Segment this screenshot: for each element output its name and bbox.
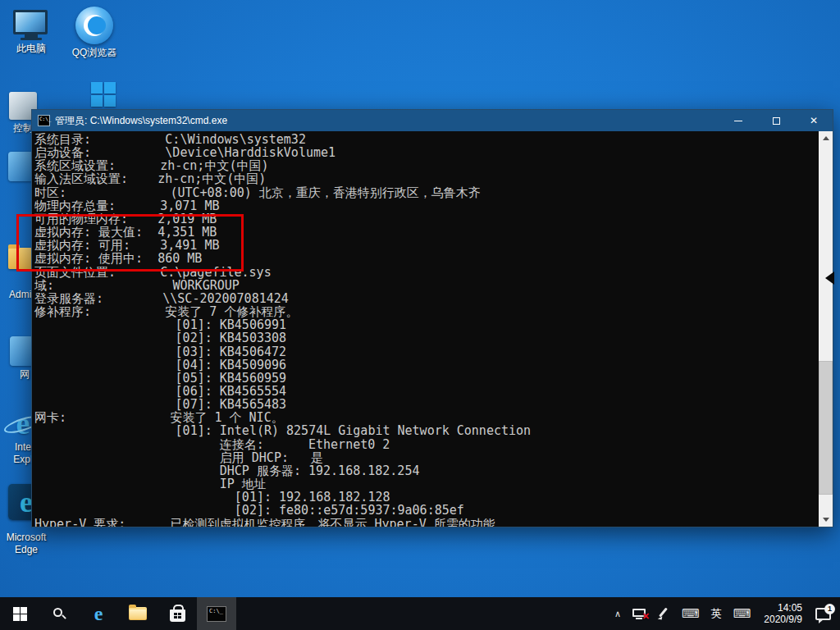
triangle-up-icon (823, 136, 829, 140)
close-button[interactable]: ✕ (795, 110, 833, 131)
desktop-icon-this-pc[interactable]: 此电脑 (0, 10, 62, 55)
taskbar: e C:\_ ∧ ✕ (0, 597, 840, 630)
notification-badge: 1 (824, 604, 835, 614)
qq-browser-icon (75, 7, 113, 44)
tray-touch-keyboard[interactable]: ⌨ (676, 597, 705, 630)
system-tray: ∧ ✕ ⌨ 英 ⌨ 14:05 2020/9/9 (609, 597, 840, 630)
maximize-icon (773, 117, 780, 125)
keyboard-icon: ⌨ (682, 606, 700, 621)
close-icon: ✕ (810, 116, 818, 126)
microsoft-store-icon (170, 609, 185, 622)
console-text: 系统目录: C:\Windows\system32 启动设备: \Device\… (34, 133, 819, 527)
chevron-up-icon: ∧ (614, 609, 621, 619)
desktop-icon-label: 此电脑 (0, 43, 62, 55)
triangle-down-icon (823, 518, 829, 522)
scroll-down-button[interactable] (819, 513, 833, 527)
scroll-up-button[interactable] (819, 131, 833, 145)
ime-language-label: 英 (711, 606, 722, 621)
taskbar-store-button[interactable] (158, 597, 197, 630)
this-pc-icon (13, 10, 49, 40)
window-title: 管理员: C:\Windows\system32\cmd.exe (55, 114, 719, 128)
search-button[interactable] (39, 597, 79, 630)
action-center-button[interactable]: 1 (810, 597, 837, 630)
tray-network-status[interactable]: ✕ (627, 597, 651, 630)
taskbar-edge-button[interactable]: e (79, 597, 118, 630)
network-error-icon: ✕ (642, 612, 650, 621)
taskbar-cmd-button[interactable]: C:\_ (197, 597, 236, 630)
maximize-button[interactable] (757, 110, 795, 131)
desktop-icon-label: Microsoft Edge (0, 532, 57, 556)
annotation-arrow-icon (825, 272, 834, 285)
tray-input-method[interactable]: ⌨ (728, 597, 757, 630)
desktop-icon-label: QQ浏览器 (63, 47, 126, 59)
search-icon (53, 608, 65, 619)
edge-icon: e (94, 604, 103, 623)
start-button[interactable] (0, 597, 39, 630)
desktop-icon-windows-app[interactable] (72, 82, 135, 107)
desktop-icon-qq-browser[interactable]: QQ浏览器 (63, 7, 126, 59)
tray-windows-ink[interactable] (651, 597, 676, 630)
taskbar-file-explorer-button[interactable] (118, 597, 158, 630)
pen-icon (657, 607, 670, 620)
console-output[interactable]: 系统目录: C:\Windows\system32 启动设备: \Device\… (32, 131, 819, 527)
file-explorer-icon (129, 607, 147, 620)
cmd-icon: C:\_ (207, 606, 226, 622)
tray-ime-indicator[interactable]: 英 (705, 597, 728, 630)
clock-time: 14:05 (764, 602, 802, 614)
title-bar[interactable]: C:\_ 管理员: C:\Windows\system32\cmd.exe ✕ (32, 110, 833, 131)
network-icon: ✕ (632, 609, 646, 619)
windows-logo-icon (13, 607, 27, 621)
minimize-icon (734, 121, 742, 121)
windows-logo-icon (91, 82, 116, 107)
vertical-scrollbar[interactable] (819, 131, 833, 527)
tray-clock[interactable]: 14:05 2020/9/9 (756, 602, 810, 625)
keyboard-icon: ⌨ (733, 606, 751, 621)
desktop[interactable]: 此电脑 QQ浏览器 控制 Admin 网 e Inte Expl (0, 0, 840, 630)
notification-icon: 1 (815, 608, 831, 620)
minimize-button[interactable] (719, 110, 757, 131)
scrollbar-thumb[interactable] (819, 361, 833, 495)
tray-show-hidden-icons[interactable]: ∧ (609, 597, 627, 630)
cmd-window: C:\_ 管理员: C:\Windows\system32\cmd.exe ✕ … (31, 109, 833, 527)
clock-date: 2020/9/9 (764, 614, 802, 625)
cmd-window-icon: C:\_ (38, 115, 50, 126)
red-highlight-box (16, 214, 244, 272)
